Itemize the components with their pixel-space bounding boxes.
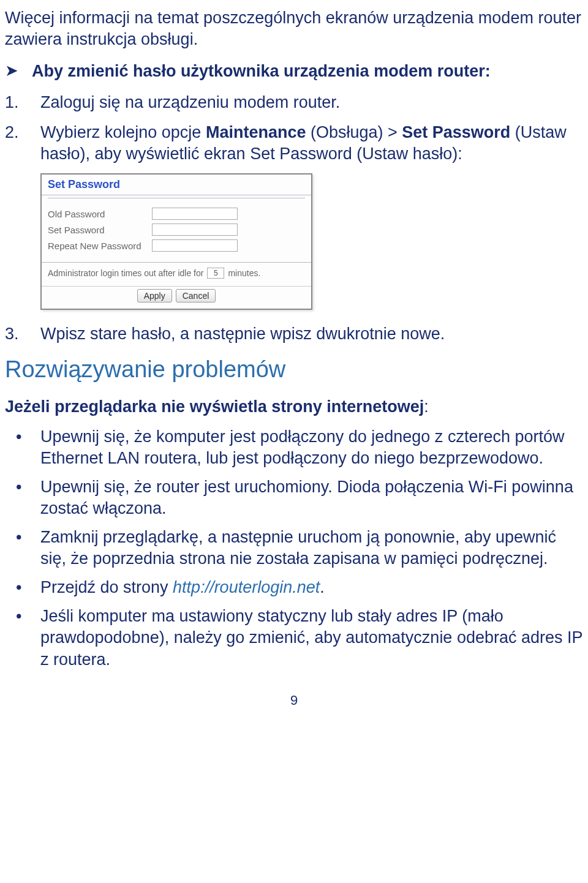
text-bold: Maintenance bbox=[206, 123, 306, 141]
page-number: 9 bbox=[5, 693, 583, 708]
step-3: 3. Wpisz stare hasło, a następnie wpisz … bbox=[5, 323, 583, 345]
text-fragment: . bbox=[320, 578, 325, 596]
cancel-button[interactable]: Cancel bbox=[176, 289, 216, 302]
step-number: 1. bbox=[5, 92, 40, 113]
text-fragment: (Obsługa) > bbox=[306, 123, 402, 141]
embedded-screenshot: Set Password Old Password Set Password R… bbox=[40, 173, 583, 310]
bullet-icon: • bbox=[5, 476, 40, 519]
list-text: Jeśli komputer ma ustawiony statyczny lu… bbox=[40, 606, 583, 670]
list-text: Upewnij się, że komputer jest podłączony… bbox=[40, 426, 583, 469]
field-label: Set Password bbox=[48, 225, 152, 235]
document-page: Więcej informacji na temat poszczególnyc… bbox=[0, 0, 588, 727]
arrow-bullet-row: ➤ Aby zmienić hasło użytkownika urządzen… bbox=[5, 61, 583, 82]
bullet-icon: • bbox=[5, 577, 40, 598]
button-row: Apply Cancel bbox=[42, 286, 311, 309]
text-fragment: Przejdź do strony bbox=[40, 578, 173, 596]
step-text: Wpisz stare hasło, a następnie wpisz dwu… bbox=[40, 323, 445, 345]
step-1: 1. Zaloguj się na urządzeniu modem route… bbox=[5, 92, 583, 113]
lead-bold: Jeżeli przeglądarka nie wyświetla strony… bbox=[5, 397, 424, 416]
text-bold: Set Password bbox=[402, 123, 510, 141]
panel-title: Set Password bbox=[42, 175, 311, 195]
timeout-post-text: minutes. bbox=[228, 268, 260, 278]
step-number: 3. bbox=[5, 323, 40, 345]
list-text: Upewnij się, że router jest uruchomiony.… bbox=[40, 476, 583, 519]
list-item: • Upewnij się, że komputer jest podłączo… bbox=[5, 426, 583, 469]
old-password-input[interactable] bbox=[152, 208, 238, 220]
field-label: Old Password bbox=[48, 209, 152, 219]
step-text: Wybierz kolejno opcje Maintenance (Obsłu… bbox=[40, 122, 583, 165]
bullet-icon: • bbox=[5, 606, 40, 670]
url-text: http://routerlogin.net bbox=[173, 578, 320, 596]
bullet-icon: • bbox=[5, 527, 40, 569]
text-fragment: Wybierz kolejno opcje bbox=[40, 123, 206, 141]
step-2: 2. Wybierz kolejno opcje Maintenance (Ob… bbox=[5, 122, 583, 165]
troubleshoot-list: • Upewnij się, że komputer jest podłączo… bbox=[5, 426, 583, 671]
list-item: • Zamknij przeglądarkę, a następnie uruc… bbox=[5, 527, 583, 569]
old-password-row: Old Password bbox=[42, 206, 311, 222]
set-password-input[interactable] bbox=[152, 224, 238, 236]
subsection-lead: Jeżeli przeglądarka nie wyświetla strony… bbox=[5, 396, 583, 418]
list-item: • Przejdź do strony http://routerlogin.n… bbox=[5, 577, 583, 598]
set-password-row: Set Password bbox=[42, 222, 311, 238]
list-text: Przejdź do strony http://routerlogin.net… bbox=[40, 577, 325, 598]
intro-paragraph: Więcej informacji na temat poszczególnyc… bbox=[5, 7, 583, 50]
list-text: Zamknij przeglądarkę, a następnie urucho… bbox=[40, 527, 583, 569]
apply-button[interactable]: Apply bbox=[137, 289, 172, 302]
repeat-password-row: Repeat New Password bbox=[42, 238, 311, 254]
set-password-panel: Set Password Old Password Set Password R… bbox=[40, 173, 312, 310]
arrow-right-icon: ➤ bbox=[5, 61, 18, 82]
repeat-password-input[interactable] bbox=[152, 239, 238, 252]
step-text: Zaloguj się na urządzeniu modem router. bbox=[40, 92, 340, 113]
arrow-bullet-text: Aby zmienić hasło użytkownika urządzenia… bbox=[32, 61, 491, 82]
bullet-icon: • bbox=[5, 426, 40, 469]
timeout-input[interactable]: 5 bbox=[207, 268, 224, 279]
timeout-row: Administrator login times out after idle… bbox=[42, 262, 311, 284]
section-heading: Rozwiązywanie problemów bbox=[5, 356, 583, 383]
step-number: 2. bbox=[5, 122, 40, 165]
timeout-pre-text: Administrator login times out after idle… bbox=[48, 268, 203, 278]
divider bbox=[48, 198, 305, 198]
lead-colon: : bbox=[424, 397, 429, 416]
list-item: • Jeśli komputer ma ustawiony statyczny … bbox=[5, 606, 583, 670]
list-item: • Upewnij się, że router jest uruchomion… bbox=[5, 476, 583, 519]
field-label: Repeat New Password bbox=[48, 241, 152, 251]
